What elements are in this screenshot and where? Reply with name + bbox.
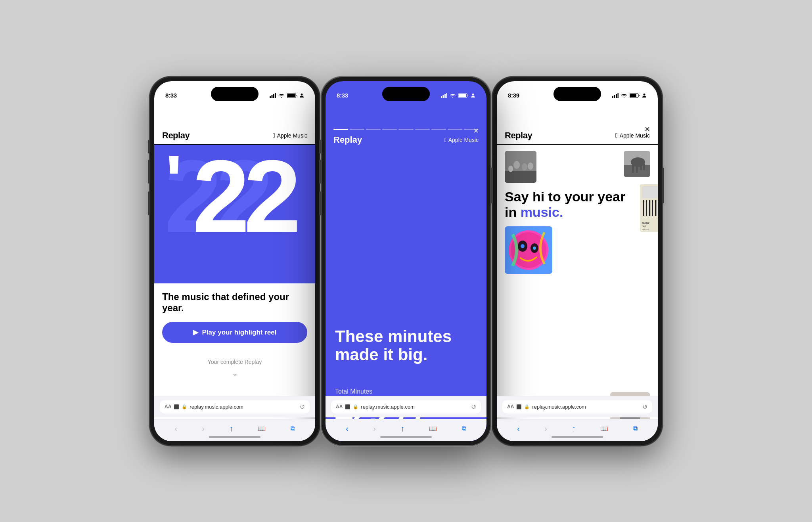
status-icons-2 [441, 93, 475, 98]
svg-text:HOUSE: HOUSE [642, 228, 649, 231]
volume-down-button[interactable] [148, 191, 149, 215]
battery-icon [287, 93, 297, 98]
dynamic-island [211, 87, 259, 101]
power-button-2[interactable] [491, 168, 493, 203]
home-indicator-3 [552, 436, 603, 438]
svg-rect-3 [275, 93, 276, 98]
share-btn-1[interactable]: ↑ [226, 423, 236, 435]
browser-aa-3[interactable]: AA [507, 404, 514, 409]
svg-rect-44 [645, 200, 645, 216]
phone-2-main: These minutes made it big. Total Minutes… [326, 150, 486, 436]
progress-bar-2-2 [350, 129, 364, 130]
reload-icon-1[interactable]: ↺ [300, 403, 305, 411]
album-art-bw-1 [505, 151, 536, 183]
svg-rect-5 [287, 94, 295, 97]
chevron-down[interactable]: ⌄ [162, 369, 307, 382]
svg-rect-17 [617, 93, 619, 98]
close-button-3[interactable]: × [645, 124, 650, 134]
forward-btn-3[interactable]: › [541, 423, 550, 435]
progress-bar-2-5 [398, 129, 413, 130]
svg-rect-12 [459, 94, 466, 97]
back-btn-2[interactable]: ‹ [343, 423, 352, 435]
forward-btn-2[interactable]: › [370, 423, 379, 435]
svg-rect-42 [642, 186, 658, 198]
svg-rect-43 [643, 200, 644, 216]
signal-icon [270, 93, 276, 98]
person-icon-3 [642, 93, 647, 98]
battery-icon-2 [458, 93, 468, 98]
tabs-btn-3[interactable]: ⧉ [630, 423, 641, 434]
svg-text:OUT: OUT [642, 225, 646, 228]
replay-logo-2: Replay [333, 135, 362, 145]
bookmarks-btn-1[interactable]: 📖 [255, 423, 269, 434]
feature-album [505, 226, 552, 274]
phone-1-screen: 8:33 [154, 81, 315, 441]
phone-1-content: Replay  Apple Music 22 ' [154, 103, 315, 441]
status-time-2: 8:33 [337, 92, 348, 99]
svg-point-26 [528, 163, 533, 170]
svg-point-6 [301, 94, 303, 96]
colorful-album-art [505, 226, 552, 274]
svg-point-39 [521, 244, 525, 248]
share-btn-3[interactable]: ↑ [569, 423, 579, 435]
svg-rect-10 [446, 93, 447, 98]
play-btn-label: Play your highlight reel [202, 329, 277, 337]
album-thumbs-top [505, 151, 650, 183]
reload-icon-3[interactable]: ↺ [642, 403, 647, 411]
svg-rect-0 [270, 96, 271, 98]
svg-rect-47 [649, 200, 650, 216]
album-thumb-bw-2 [624, 151, 650, 177]
close-button-2[interactable]: × [473, 126, 479, 136]
apple-music-text-2: Apple Music [448, 137, 479, 143]
progress-bar-2-6 [415, 129, 430, 130]
apple-music-text-1: Apple Music [277, 132, 307, 139]
url-text-1: replay.music.apple.com [190, 404, 243, 410]
battery-icon-3 [630, 93, 640, 98]
browser-url-2[interactable]: AA ⬛ 🔒 replay.music.apple.com ↺ [331, 400, 481, 413]
browser-aa-2[interactable]: AA [336, 404, 343, 409]
tabs-btn-2[interactable]: ⧉ [459, 423, 469, 434]
mute-button-2[interactable] [319, 140, 321, 153]
volume-up-button-2[interactable] [319, 160, 321, 184]
year-display: 22 [192, 145, 295, 248]
wifi-icon [278, 93, 285, 98]
svg-rect-33 [643, 164, 645, 170]
svg-point-25 [508, 166, 513, 172]
volume-up-button[interactable] [148, 160, 149, 184]
wifi-icon-3 [621, 93, 627, 98]
bookmarks-btn-3[interactable]: 📖 [597, 423, 611, 434]
browser-aa-1[interactable]: AA [165, 404, 171, 409]
play-highlight-reel-button[interactable]: ▶ Play your highlight reel [162, 322, 307, 343]
apple-music-logo-1:  Apple Music [273, 132, 307, 139]
svg-rect-15 [614, 95, 615, 98]
ticket-thumb: SHOW OUT HOUSE [640, 184, 658, 232]
browser-bar-2: AA ⬛ 🔒 replay.music.apple.com ↺ [326, 396, 486, 417]
home-indicator-2 [380, 436, 432, 438]
dynamic-island-3 [553, 87, 601, 101]
browser-url-3[interactable]: AA ⬛ 🔒 replay.music.apple.com ↺ [502, 400, 652, 413]
phone-3: 8:39 [492, 76, 663, 446]
tagline-1: The music that defined your year. [162, 291, 307, 314]
back-btn-1[interactable]: ‹ [171, 423, 180, 435]
svg-rect-30 [632, 165, 634, 173]
svg-point-13 [472, 94, 474, 96]
album-row-right: SHOW OUT HOUSE [640, 184, 658, 232]
svg-rect-52 [657, 200, 657, 216]
forward-btn-1[interactable]: › [199, 423, 208, 435]
power-button-3[interactable] [663, 168, 664, 203]
phone-2-header: Replay  Apple Music [326, 135, 486, 150]
mute-button[interactable] [148, 140, 149, 153]
bookmarks-btn-2[interactable]: 📖 [426, 423, 440, 434]
reload-icon-2[interactable]: ↺ [471, 403, 476, 411]
svg-rect-45 [646, 200, 647, 216]
tabs-btn-1[interactable]: ⧉ [287, 423, 298, 434]
volume-down-button-2[interactable] [319, 191, 321, 215]
apple-icon-3:  [615, 132, 618, 139]
big-headline-2: These minutes made it big. [335, 327, 477, 364]
browser-url-1[interactable]: AA ⬛ 🔒 replay.music.apple.com ↺ [160, 400, 310, 413]
svg-point-23 [513, 161, 520, 169]
share-btn-2[interactable]: ↑ [397, 423, 408, 435]
signal-icon-2 [441, 93, 447, 98]
person-icon [299, 93, 304, 98]
back-btn-3[interactable]: ‹ [514, 423, 523, 435]
